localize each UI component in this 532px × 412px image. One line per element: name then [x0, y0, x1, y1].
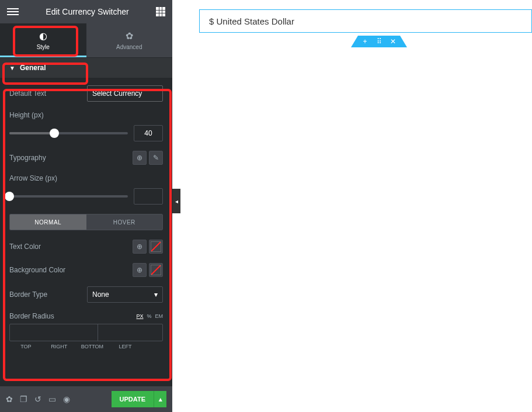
- chevron-down-icon: ▾: [154, 290, 158, 299]
- add-section-icon[interactable]: +: [358, 36, 372, 47]
- update-button[interactable]: UPDATE: [112, 391, 154, 407]
- height-label: Height (px): [9, 111, 44, 119]
- globe-icon[interactable]: ⊕: [133, 263, 147, 277]
- currency-name: United States Dollar: [217, 16, 294, 26]
- unit-em[interactable]: EM: [155, 313, 164, 319]
- tab-label: Style: [37, 44, 50, 50]
- bg-color-swatch[interactable]: [149, 263, 163, 277]
- arrow-size-input[interactable]: [134, 188, 163, 205]
- arrow-size-slider[interactable]: [9, 195, 128, 198]
- side-left: LEFT: [109, 344, 142, 349]
- section-general[interactable]: ▼ General: [0, 58, 172, 78]
- state-tabs: NORMAL HOVER: [9, 214, 163, 230]
- tab-label: Advanced: [116, 44, 142, 50]
- widgets-icon[interactable]: [156, 7, 165, 16]
- text-color-label: Text Color: [9, 243, 41, 251]
- panel-collapse-handle[interactable]: ◂: [172, 189, 180, 213]
- bg-color-label: Background Color: [9, 266, 65, 274]
- update-caret[interactable]: ▴: [154, 391, 166, 407]
- gear-icon: ✿: [126, 30, 133, 41]
- side-right: RIGHT: [43, 344, 76, 349]
- text-color-swatch[interactable]: [149, 240, 163, 254]
- navigator-icon[interactable]: ❐: [20, 394, 27, 404]
- caret-down-icon: ▼: [9, 65, 15, 71]
- arrow-size-label: Arrow Size (px): [9, 174, 57, 182]
- side-bottom: BOTTOM: [76, 344, 109, 349]
- drag-section-icon[interactable]: ⠿: [372, 36, 386, 47]
- menu-icon[interactable]: [7, 8, 19, 15]
- unit-percent[interactable]: %: [147, 313, 151, 319]
- section-toolbar: + ⠿ ✕: [358, 36, 400, 47]
- history-icon[interactable]: ↺: [34, 394, 41, 404]
- panel-title: Edit Currency Switcher: [19, 7, 156, 16]
- height-slider[interactable]: [9, 132, 128, 134]
- radius-right[interactable]: [98, 324, 163, 341]
- border-type-value: None: [92, 290, 109, 299]
- typography-label: Typography: [9, 154, 46, 162]
- border-type-label: Border Type: [9, 290, 47, 299]
- responsive-icon[interactable]: ▭: [48, 394, 56, 404]
- border-type-select[interactable]: None ▾: [87, 286, 163, 303]
- pencil-icon[interactable]: ✎: [149, 151, 163, 165]
- style-icon: ◐: [39, 30, 47, 41]
- border-radius-label: Border Radius: [9, 312, 54, 320]
- tab-advanced[interactable]: ✿ Advanced: [86, 23, 173, 57]
- globe-icon[interactable]: ⊕: [133, 151, 147, 165]
- preview-icon[interactable]: ◉: [63, 394, 70, 404]
- state-hover[interactable]: HOVER: [86, 214, 163, 230]
- close-section-icon[interactable]: ✕: [386, 36, 400, 47]
- tab-style[interactable]: ◐ Style: [0, 23, 86, 57]
- radius-top[interactable]: [10, 324, 98, 341]
- preview-area: $ United States Dollar + ⠿ ✕ ⤢ HOME ➔ NE…: [172, 0, 532, 412]
- unit-px[interactable]: PX: [136, 313, 143, 319]
- section-label: General: [20, 64, 46, 72]
- default-text-input[interactable]: [87, 85, 163, 102]
- currency-switcher[interactable]: $ United States Dollar: [199, 9, 532, 33]
- currency-symbol: $: [209, 16, 214, 26]
- default-text-label: Default Text: [9, 89, 46, 98]
- height-input[interactable]: [134, 125, 163, 141]
- settings-icon[interactable]: ✿: [6, 394, 13, 404]
- side-top: TOP: [9, 344, 43, 349]
- globe-icon[interactable]: ⊕: [133, 240, 147, 254]
- editor-panel: Edit Currency Switcher ◐ Style ✿ Advance…: [0, 0, 172, 412]
- state-normal[interactable]: NORMAL: [10, 214, 86, 230]
